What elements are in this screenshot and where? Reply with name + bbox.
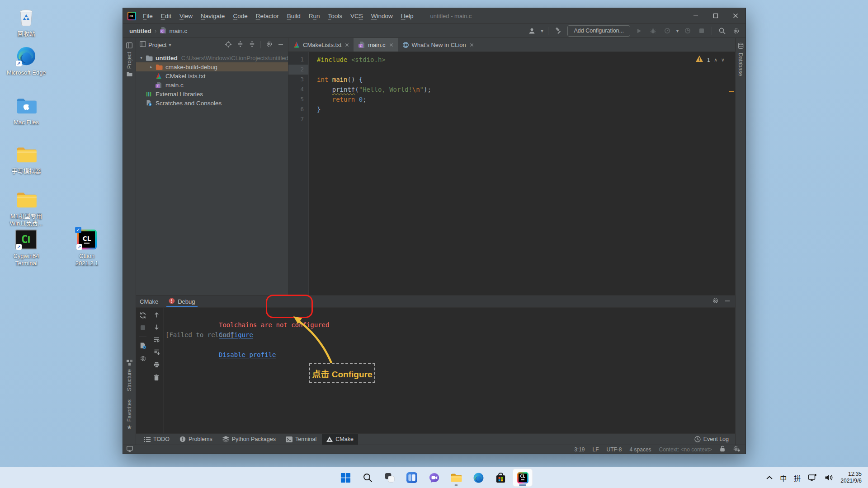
- debug-icon[interactable]: [648, 26, 658, 36]
- ime-language-indicator[interactable]: 中: [776, 470, 790, 485]
- taskbar-button-explorer[interactable]: [446, 469, 466, 487]
- tree-item-scratches-and-consoles[interactable]: Scratches and Consoles: [136, 99, 288, 108]
- reload-cmake-icon[interactable]: [139, 312, 146, 320]
- user-icon[interactable]: [527, 26, 537, 36]
- tree-item-external-libraries[interactable]: External Libraries: [136, 89, 288, 99]
- menu-run[interactable]: Run: [305, 9, 324, 23]
- coverage-icon[interactable]: [683, 26, 693, 36]
- display-network-icon[interactable]: [804, 470, 821, 485]
- menu-edit[interactable]: Edit: [157, 9, 175, 23]
- search-icon[interactable]: [717, 26, 727, 36]
- taskbar-button-search[interactable]: [358, 469, 377, 487]
- stop-icon[interactable]: [697, 26, 707, 36]
- close-button[interactable]: [726, 8, 745, 23]
- tree-chevron-icon[interactable]: ▾: [138, 56, 145, 60]
- cmake-settings-icon[interactable]: [139, 342, 146, 351]
- taskbar-button-clion[interactable]: CL: [513, 469, 533, 487]
- menu-navigate[interactable]: Navigate: [197, 9, 229, 23]
- toolwindow-button-python[interactable]: Python Packages: [218, 434, 280, 445]
- close-icon[interactable]: [389, 43, 393, 47]
- profile-icon[interactable]: [662, 26, 672, 36]
- expand-all-icon[interactable]: [237, 41, 244, 49]
- stripe-project[interactable]: Project: [126, 42, 132, 79]
- desktop-icon-m1[interactable]: M1机型专用 Win11免费...: [6, 189, 47, 227]
- close-icon[interactable]: [345, 43, 349, 47]
- tree-item-cmake-build-debug[interactable]: ▸cmake-build-debug: [136, 62, 288, 71]
- stripe-favorites[interactable]: Favorites ★: [126, 399, 132, 431]
- menu-help[interactable]: Help: [397, 9, 418, 23]
- desktop-icon-recycle[interactable]: 回收站: [6, 6, 47, 38]
- desktop-icon-mac[interactable]: Mac Files: [6, 95, 47, 126]
- chevron-down-icon[interactable]: ▾: [169, 42, 171, 47]
- ime-mode-indicator[interactable]: 拼: [790, 470, 804, 485]
- lock-icon[interactable]: [720, 446, 725, 453]
- locate-file-icon[interactable]: [225, 41, 232, 49]
- disable-profile-link[interactable]: Disable profile: [219, 351, 276, 358]
- next-message-icon[interactable]: [154, 324, 160, 332]
- editor-tab-main-c[interactable]: Cmain.c: [354, 38, 397, 52]
- run-icon[interactable]: [634, 26, 644, 36]
- print-icon[interactable]: [153, 361, 160, 370]
- gear-icon[interactable]: [712, 297, 719, 305]
- line-separator[interactable]: LF: [593, 446, 599, 453]
- scroll-to-end-icon[interactable]: [153, 349, 160, 357]
- soft-wrap-icon[interactable]: [153, 336, 160, 344]
- stripe-structure[interactable]: Structure: [126, 360, 132, 391]
- stripe-database[interactable]: Database: [737, 42, 744, 76]
- inspection-widget[interactable]: 1 ∧ ∨: [696, 55, 724, 65]
- toolwindow-button-cmake[interactable]: CMake: [322, 434, 358, 445]
- event-log-button[interactable]: Event Log: [694, 436, 731, 442]
- caret-position[interactable]: 3:19: [574, 446, 585, 453]
- menu-tools[interactable]: Tools: [324, 9, 347, 23]
- menu-view[interactable]: View: [175, 9, 197, 23]
- clock[interactable]: 12:35 2021/9/6: [837, 471, 866, 484]
- close-icon[interactable]: [470, 43, 474, 47]
- gear-icon[interactable]: [140, 355, 146, 363]
- tray-chevron-up-icon[interactable]: [763, 470, 776, 485]
- menu-code[interactable]: Code: [229, 9, 251, 23]
- menu-vcs[interactable]: VCS: [346, 9, 367, 23]
- build-hammer-icon[interactable]: [553, 26, 563, 36]
- prev-warning-icon[interactable]: ∧: [714, 55, 717, 65]
- menu-file[interactable]: File: [139, 9, 157, 23]
- taskbar-button-start[interactable]: [335, 469, 355, 487]
- desktop-icon-clion[interactable]: CL↗✓CLion 2021.2.1: [66, 229, 107, 267]
- toolwindow-button-problems[interactable]: Problems: [175, 434, 217, 445]
- volume-icon[interactable]: [821, 470, 837, 485]
- maximize-button[interactable]: [706, 8, 726, 23]
- notifications-gear-icon[interactable]: [733, 446, 740, 453]
- desktop-icon-cygwin[interactable]: C▌↗Cygwin64 Terminal: [6, 229, 47, 267]
- next-warning-icon[interactable]: ∨: [721, 55, 724, 65]
- menu-window[interactable]: Window: [367, 9, 397, 23]
- taskbar-button-taskview[interactable]: [380, 469, 400, 487]
- toolwindow-switcher-icon[interactable]: [127, 446, 133, 453]
- toolwindow-button-terminal[interactable]: Terminal: [281, 434, 321, 445]
- tree-item-main-c[interactable]: Cmain.c: [136, 80, 288, 89]
- editor-tab-what-s-new-in-clion[interactable]: What's New in CLion: [398, 38, 478, 52]
- desktop-icon-hand[interactable]: 手写模拟器: [6, 144, 47, 175]
- editor-tab-cmakelists-txt[interactable]: CMakeLists.txt: [288, 38, 354, 52]
- desktop-icon-edge[interactable]: ↗Microsoft Edge: [6, 45, 47, 76]
- tree-chevron-icon[interactable]: ▸: [148, 65, 155, 69]
- taskbar-button-store[interactable]: [491, 469, 510, 487]
- taskbar-button-widgets[interactable]: [402, 469, 422, 487]
- taskbar-button-edge[interactable]: [468, 469, 488, 487]
- breadcrumb-file[interactable]: C main.c: [160, 27, 187, 35]
- menu-refactor[interactable]: Refactor: [252, 9, 283, 23]
- tree-item-cmakelists-txt[interactable]: CMakeLists.txt: [136, 71, 288, 80]
- hide-panel-icon[interactable]: [278, 41, 284, 49]
- file-encoding[interactable]: UTF-8: [607, 446, 622, 453]
- menu-build[interactable]: Build: [283, 9, 305, 23]
- code-editor[interactable]: 1234567 #include <stdio.h>int main() { p…: [288, 52, 735, 295]
- add-configuration-button[interactable]: Add Configuration...: [567, 25, 630, 37]
- collapse-all-icon[interactable]: [249, 41, 255, 49]
- tab-debug[interactable]: Debug: [167, 296, 196, 307]
- hide-panel-icon[interactable]: [724, 298, 731, 305]
- gear-icon[interactable]: [731, 26, 741, 36]
- taskbar-button-chat[interactable]: [424, 469, 444, 487]
- toolwindow-button-todo[interactable]: TODO: [140, 434, 174, 445]
- gear-icon[interactable]: [266, 41, 273, 49]
- indent-setting[interactable]: 4 spaces: [630, 446, 651, 453]
- tree-item-untitled[interactable]: ▾untitledC:\Users\Windows\CLionProjects\…: [136, 53, 288, 62]
- stop-icon[interactable]: [140, 325, 146, 332]
